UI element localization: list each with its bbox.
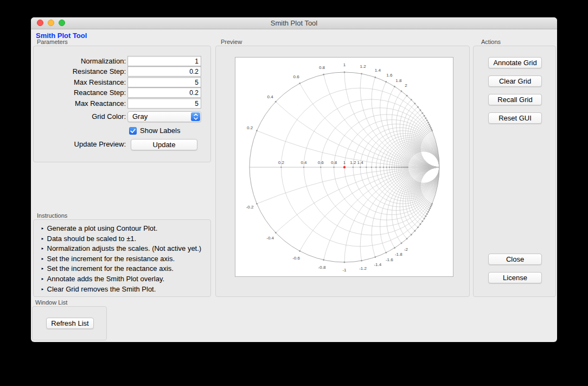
annotate-grid-button[interactable]: Annotate Grid bbox=[488, 57, 542, 68]
popup-stepper-icon bbox=[191, 112, 200, 121]
svg-text:-1.2: -1.2 bbox=[359, 266, 367, 271]
list-item: ‣Annotate adds the Smith Plot overlay. bbox=[41, 274, 208, 284]
svg-text:0.2: 0.2 bbox=[247, 125, 253, 130]
update-button[interactable]: Update bbox=[131, 139, 197, 150]
svg-text:1.6: 1.6 bbox=[386, 73, 393, 78]
show-labels-checkbox[interactable] bbox=[129, 127, 137, 135]
svg-text:-0.2: -0.2 bbox=[246, 205, 254, 210]
svg-text:2: 2 bbox=[405, 83, 407, 88]
list-item: ‣Set the increment for the resistance ax… bbox=[41, 254, 208, 264]
svg-text:0.8: 0.8 bbox=[331, 160, 337, 165]
svg-text:1: 1 bbox=[343, 62, 346, 67]
svg-text:1.2: 1.2 bbox=[360, 64, 367, 69]
bullet-icon: ‣ bbox=[41, 276, 44, 282]
license-button[interactable]: License bbox=[488, 272, 542, 283]
svg-text:-1: -1 bbox=[342, 268, 347, 273]
svg-text:-0.4: -0.4 bbox=[266, 236, 274, 241]
grid-color-selected-value: Gray bbox=[132, 112, 148, 122]
svg-text:1.2: 1.2 bbox=[350, 160, 356, 165]
reactance-step-label: Reactance Step: bbox=[34, 87, 126, 98]
svg-text:1.8: 1.8 bbox=[395, 78, 402, 83]
max-resistance-label: Max Resistance: bbox=[34, 77, 126, 87]
svg-text:1.4: 1.4 bbox=[357, 160, 364, 165]
reactance-step-input[interactable] bbox=[127, 87, 201, 98]
recall-grid-button[interactable]: Recall Grid bbox=[488, 94, 542, 105]
resistance-step-input[interactable] bbox=[127, 66, 201, 77]
list-item: ‣Clear Grid removes the Smith Plot. bbox=[41, 284, 208, 295]
list-item: ‣Generate a plot using Contour Plot. bbox=[41, 224, 208, 234]
instructions-group-label: Instructions bbox=[37, 212, 67, 219]
svg-text:1.4: 1.4 bbox=[375, 68, 381, 73]
normalization-input[interactable] bbox=[127, 56, 201, 66]
max-reactance-input[interactable] bbox=[127, 98, 201, 109]
svg-text:-0.6: -0.6 bbox=[292, 256, 300, 261]
svg-text:-1.8: -1.8 bbox=[395, 252, 402, 257]
smith-chart-svg: 0.20.40.60.811.21.41.61.82-0.2-0.4-0.6-0… bbox=[235, 58, 454, 277]
actions-group-label: Actions bbox=[481, 39, 501, 45]
bullet-icon: ‣ bbox=[41, 256, 44, 262]
max-resistance-input[interactable] bbox=[127, 77, 201, 87]
update-preview-label: Update Preview: bbox=[34, 139, 126, 149]
svg-text:0.2: 0.2 bbox=[278, 160, 285, 165]
svg-text:-2: -2 bbox=[404, 247, 408, 252]
svg-text:0.6: 0.6 bbox=[318, 160, 324, 165]
svg-text:0.6: 0.6 bbox=[293, 74, 299, 79]
bullet-icon: ‣ bbox=[41, 225, 44, 232]
reset-gui-button[interactable]: Reset GUI bbox=[488, 112, 542, 124]
preview-group-label: Preview bbox=[221, 39, 242, 45]
grid-color-label: Grid Color: bbox=[34, 111, 126, 122]
bullet-icon: ‣ bbox=[41, 236, 44, 242]
show-labels-label: Show Labels bbox=[140, 126, 180, 135]
close-button[interactable]: Close bbox=[488, 254, 542, 265]
refresh-list-button[interactable]: Refresh List bbox=[46, 318, 94, 329]
preview-group: 0.20.40.60.811.21.41.61.82-0.2-0.4-0.6-0… bbox=[215, 46, 470, 297]
smith-plot-tool-window: Smith Plot Tool Smith Plot Tool Paramete… bbox=[31, 17, 557, 342]
svg-text:-1.6: -1.6 bbox=[386, 257, 393, 262]
instructions-list: ‣Generate a plot using Contour Plot. ‣Da… bbox=[41, 224, 208, 294]
bullet-icon: ‣ bbox=[41, 286, 44, 293]
parameters-group-label: Parameters bbox=[37, 39, 68, 45]
svg-text:0.4: 0.4 bbox=[267, 94, 274, 99]
svg-text:0.4: 0.4 bbox=[301, 160, 307, 165]
parameters-group: Normalization: Resistance Step: Max Resi… bbox=[33, 46, 211, 162]
list-item: ‣Normalization adjusts the scales. (Not … bbox=[41, 244, 208, 254]
grid-color-select[interactable]: Gray bbox=[127, 111, 201, 122]
list-item: ‣Data should be scaled to ±1. bbox=[41, 234, 208, 244]
svg-text:0.8: 0.8 bbox=[319, 65, 325, 70]
instructions-group: ‣Generate a plot using Contour Plot. ‣Da… bbox=[33, 219, 211, 297]
clear-grid-button[interactable]: Clear Grid bbox=[488, 75, 542, 87]
checkmark-icon bbox=[129, 127, 137, 135]
desktop-background: Smith Plot Tool Smith Plot Tool Paramete… bbox=[0, 0, 588, 386]
titlebar[interactable]: Smith Plot Tool bbox=[31, 17, 557, 29]
resistance-step-label: Resistance Step: bbox=[34, 66, 126, 77]
list-item: ‣Set the increment for the reactance axi… bbox=[41, 264, 208, 274]
svg-text:-1.4: -1.4 bbox=[374, 262, 381, 267]
window-title: Smith Plot Tool bbox=[31, 17, 557, 29]
bullet-icon: ‣ bbox=[41, 265, 44, 272]
svg-text:1: 1 bbox=[343, 160, 346, 165]
max-reactance-label: Max Reactance: bbox=[34, 98, 126, 109]
bullet-icon: ‣ bbox=[41, 245, 44, 252]
actions-group: Annotate Grid Clear Grid Recall Grid Res… bbox=[473, 46, 556, 297]
svg-text:-0.8: -0.8 bbox=[318, 265, 326, 270]
window-list-group-label: Window List bbox=[35, 299, 67, 306]
window-list-group: Refresh List bbox=[32, 306, 107, 340]
smith-chart-plot: 0.20.40.60.811.21.41.61.82-0.2-0.4-0.6-0… bbox=[235, 57, 453, 277]
normalization-label: Normalization: bbox=[34, 56, 126, 66]
